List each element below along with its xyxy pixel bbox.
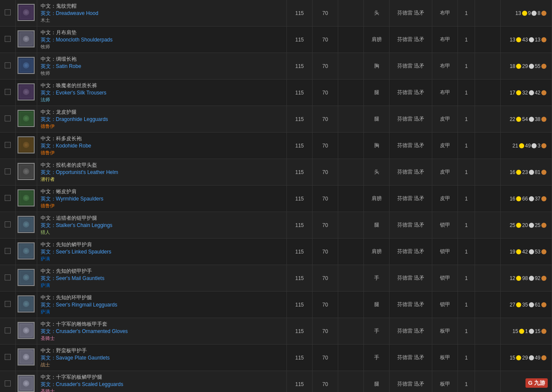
item-icon[interactable] (18, 4, 35, 21)
price-silver-amount: 42 (522, 249, 528, 255)
price-silver-amount: 9 (528, 10, 531, 16)
item-num2: 70 (313, 265, 338, 292)
item-name-en[interactable]: 英文：Dragonhide Legguards (41, 116, 283, 123)
item-location: 芬德雷 迅矛 (390, 371, 432, 392)
price-copper-amount: 38 (535, 116, 540, 122)
price-copper-amount: 42 (535, 90, 540, 96)
row-checkbox[interactable] (5, 195, 11, 201)
row-checkbox[interactable] (5, 354, 11, 360)
item-icon[interactable] (18, 189, 35, 206)
svg-point-9 (24, 37, 27, 40)
item-name-en[interactable]: 英文：Dreadweave Hood (41, 10, 283, 17)
item-num1: 115 (287, 265, 313, 292)
item-empty-col (338, 106, 364, 133)
row-checkbox[interactable] (5, 380, 11, 386)
item-icon[interactable] (18, 83, 35, 100)
item-name-en[interactable]: 英文：Crusader's Scaled Legguards (41, 381, 283, 388)
copper-coin-icon (541, 11, 546, 16)
item-empty-col2 (475, 133, 501, 159)
item-icon[interactable] (18, 322, 35, 339)
table-row: 中文：投机者的皮甲头盔 英文：Opportunist's Leather Hel… (0, 159, 552, 186)
item-name-en[interactable]: 英文：Wyrmhide Spaulders (41, 195, 283, 203)
item-icon[interactable] (18, 57, 35, 74)
price-gold-amount: 16 (510, 169, 515, 175)
row-checkbox[interactable] (5, 89, 11, 95)
item-num2: 70 (313, 345, 338, 371)
item-armor-type: 锁甲 (432, 212, 458, 239)
price-coins-display: 15 1 15 (504, 328, 546, 334)
item-name-en[interactable]: 英文：Evoker's Silk Trousers (41, 89, 283, 97)
item-name-cn: 中文：追猎者的链甲护腿 (41, 215, 283, 222)
price-gold-amount: 19 (510, 249, 515, 255)
item-icon[interactable] (18, 375, 35, 392)
item-location: 芬德雷 迅矛 (390, 318, 432, 345)
item-icon[interactable] (18, 136, 35, 153)
item-name-en[interactable]: 英文：Seer's Ringmail Legguards (41, 301, 283, 309)
row-checkbox[interactable] (5, 115, 11, 121)
item-slot: 腿 (364, 292, 390, 318)
item-name-cell: 中文：先知的鳞甲护肩 英文：Seer's Linked Spaulders 萨满 (37, 239, 287, 265)
item-location: 芬德雷 迅矛 (390, 186, 432, 212)
row-checkbox[interactable] (5, 274, 11, 280)
row-checkbox[interactable] (5, 62, 11, 68)
row-checkbox[interactable] (5, 327, 11, 333)
item-icon[interactable] (18, 110, 35, 127)
item-name-cn: 中文：投机者的皮甲头盔 (41, 162, 283, 169)
item-name-en[interactable]: 英文：Crusader's Ornamented Gloves (41, 328, 283, 335)
item-icon[interactable] (18, 163, 35, 180)
item-icon[interactable] (18, 242, 35, 259)
checkbox-cell (0, 371, 15, 392)
item-name-en[interactable]: 英文：Seer's Linked Spaulders (41, 248, 283, 256)
price-copper-amount: 55 (535, 63, 540, 69)
item-location: 芬德雷 迅矛 (390, 53, 432, 80)
row-checkbox[interactable] (5, 142, 11, 148)
item-name-en[interactable]: 英文：Savage Plate Gauntlets (41, 354, 283, 362)
item-name-cn: 中文：十字军的板鳞甲护腿 (41, 374, 283, 381)
row-checkbox[interactable] (5, 248, 11, 254)
item-icon-cell (15, 212, 37, 239)
price-copper-amount: 92 (535, 275, 540, 281)
item-name-cn: 中文：先知的锁甲护手 (41, 268, 283, 275)
item-location: 芬德雷 迅矛 (390, 27, 432, 53)
checkbox-cell (0, 265, 15, 292)
item-icon[interactable] (18, 348, 35, 365)
item-name-cell: 中文：追猎者的链甲护腿 英文：Stalker's Chain Leggings … (37, 212, 287, 239)
item-class-label: 圣骑士 (41, 335, 283, 342)
item-name-en[interactable]: 英文：Seer's Mail Gauntlets (41, 275, 283, 282)
row-checkbox[interactable] (5, 221, 11, 227)
row-checkbox[interactable] (5, 168, 11, 174)
item-price: 16 23 81 (501, 159, 552, 186)
copper-coin-icon (541, 117, 546, 122)
item-empty-col (338, 133, 364, 159)
row-checkbox[interactable] (5, 301, 11, 307)
item-icon[interactable] (18, 216, 35, 233)
price-copper-amount: 81 (535, 169, 540, 175)
item-name-en[interactable]: 英文：Kodohide Robe (41, 142, 283, 150)
price-gold-amount: 25 (510, 222, 515, 228)
item-price: 21 49 3 (501, 133, 552, 159)
price-silver-amount: 35 (522, 302, 528, 308)
item-icon-cell (15, 239, 37, 265)
item-class-label: 牧师 (41, 44, 283, 50)
item-empty-col (338, 292, 364, 318)
item-empty-col2 (475, 265, 501, 292)
item-name-en[interactable]: 英文：Mooncloth Shoulderpads (41, 36, 283, 44)
item-num1: 115 (287, 318, 313, 345)
item-icon[interactable] (18, 269, 35, 286)
item-name-en[interactable]: 英文：Opportunist's Leather Helm (41, 169, 283, 176)
item-icon[interactable] (18, 30, 35, 47)
item-name-en[interactable]: 英文：Satin Robe (41, 63, 283, 70)
item-name-en[interactable]: 英文：Stalker's Chain Leggings (41, 222, 283, 229)
table-row: 中文：先知的锁甲护手 英文：Seer's Mail Gauntlets 萨满 1… (0, 265, 552, 292)
row-checkbox[interactable] (5, 9, 11, 15)
table-row: 中文：蜥皮护肩 英文：Wyrmhide Spaulders 德鲁伊 11570肩… (0, 186, 552, 212)
row-checkbox[interactable] (5, 36, 11, 42)
item-location: 芬德雷 迅矛 (390, 265, 432, 292)
item-name-cn: 中文：先知的鳞甲护肩 (41, 241, 283, 248)
gold-coin-icon (516, 276, 521, 281)
item-num2: 70 (313, 27, 338, 53)
item-icon[interactable] (18, 295, 35, 312)
price-silver-amount: 23 (522, 169, 528, 175)
item-armor-type: 板甲 (432, 371, 458, 392)
price-coins-display: 21 49 3 (504, 143, 546, 149)
